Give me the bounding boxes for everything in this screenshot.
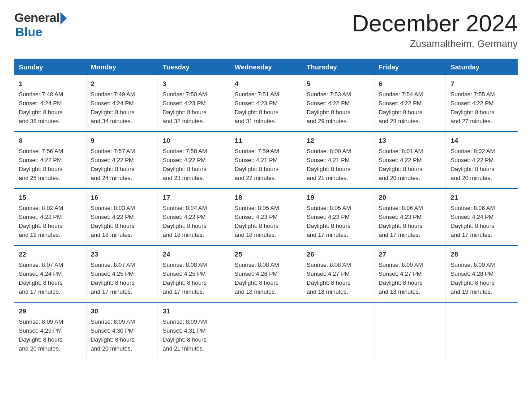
calendar-week-row: 8Sunrise: 7:56 AM Sunset: 4:22 PM Daylig… bbox=[14, 132, 518, 188]
logo-general-text: General bbox=[14, 11, 60, 25]
day-info: Sunrise: 8:03 AM Sunset: 4:22 PM Dayligh… bbox=[91, 204, 154, 240]
column-header-friday: Friday bbox=[374, 59, 446, 75]
day-info: Sunrise: 8:00 AM Sunset: 4:21 PM Dayligh… bbox=[307, 147, 369, 183]
day-info: Sunrise: 7:50 AM Sunset: 4:23 PM Dayligh… bbox=[163, 90, 225, 126]
day-number: 16 bbox=[91, 193, 154, 203]
day-info: Sunrise: 7:59 AM Sunset: 4:21 PM Dayligh… bbox=[235, 147, 297, 183]
column-header-sunday: Sunday bbox=[14, 59, 86, 75]
calendar-cell bbox=[230, 302, 302, 359]
calendar-cell: 12Sunrise: 8:00 AM Sunset: 4:21 PM Dayli… bbox=[302, 132, 374, 188]
calendar-cell: 22Sunrise: 8:07 AM Sunset: 4:24 PM Dayli… bbox=[14, 245, 86, 302]
calendar-cell: 27Sunrise: 8:09 AM Sunset: 4:27 PM Dayli… bbox=[374, 245, 446, 302]
day-number: 30 bbox=[91, 306, 154, 317]
column-header-wednesday: Wednesday bbox=[230, 59, 302, 75]
day-number: 17 bbox=[163, 193, 225, 203]
day-number: 20 bbox=[379, 193, 442, 203]
calendar-cell: 6Sunrise: 7:54 AM Sunset: 4:22 PM Daylig… bbox=[374, 75, 446, 132]
day-info: Sunrise: 7:54 AM Sunset: 4:22 PM Dayligh… bbox=[379, 90, 442, 126]
calendar-cell: 18Sunrise: 8:05 AM Sunset: 4:23 PM Dayli… bbox=[230, 188, 302, 245]
day-info: Sunrise: 8:06 AM Sunset: 4:24 PM Dayligh… bbox=[450, 204, 513, 240]
column-header-thursday: Thursday bbox=[302, 59, 374, 75]
calendar-cell: 21Sunrise: 8:06 AM Sunset: 4:24 PM Dayli… bbox=[446, 188, 518, 245]
calendar-header-row: SundayMondayTuesdayWednesdayThursdayFrid… bbox=[14, 59, 518, 75]
day-info: Sunrise: 7:58 AM Sunset: 4:22 PM Dayligh… bbox=[163, 147, 225, 183]
day-number: 10 bbox=[163, 136, 225, 146]
day-info: Sunrise: 8:01 AM Sunset: 4:22 PM Dayligh… bbox=[379, 147, 442, 183]
calendar-week-row: 1Sunrise: 7:48 AM Sunset: 4:24 PM Daylig… bbox=[14, 75, 518, 132]
calendar-cell: 25Sunrise: 8:08 AM Sunset: 4:26 PM Dayli… bbox=[230, 245, 302, 302]
day-number: 27 bbox=[379, 249, 442, 260]
day-info: Sunrise: 8:02 AM Sunset: 4:22 PM Dayligh… bbox=[450, 147, 513, 183]
logo-arrow-icon bbox=[60, 12, 67, 25]
day-info: Sunrise: 8:09 AM Sunset: 4:30 PM Dayligh… bbox=[91, 317, 154, 354]
calendar-cell bbox=[374, 302, 446, 359]
day-info: Sunrise: 8:05 AM Sunset: 4:23 PM Dayligh… bbox=[307, 204, 369, 240]
calendar-cell bbox=[446, 302, 518, 359]
calendar-table: SundayMondayTuesdayWednesdayThursdayFrid… bbox=[14, 59, 518, 359]
day-info: Sunrise: 8:09 AM Sunset: 4:31 PM Dayligh… bbox=[163, 317, 225, 354]
title-block: December 2024 Zusamaltheim, Germany bbox=[352, 11, 518, 50]
day-number: 26 bbox=[307, 249, 369, 260]
day-info: Sunrise: 8:04 AM Sunset: 4:22 PM Dayligh… bbox=[163, 204, 225, 240]
calendar-week-row: 29Sunrise: 8:09 AM Sunset: 4:29 PM Dayli… bbox=[14, 302, 518, 359]
day-info: Sunrise: 8:05 AM Sunset: 4:23 PM Dayligh… bbox=[235, 204, 297, 240]
day-number: 15 bbox=[19, 193, 82, 203]
calendar-cell: 9Sunrise: 7:57 AM Sunset: 4:22 PM Daylig… bbox=[86, 132, 158, 188]
calendar-cell: 11Sunrise: 7:59 AM Sunset: 4:21 PM Dayli… bbox=[230, 132, 302, 188]
calendar-cell: 28Sunrise: 8:09 AM Sunset: 4:28 PM Dayli… bbox=[446, 245, 518, 302]
day-number: 31 bbox=[163, 306, 225, 317]
calendar-cell: 4Sunrise: 7:51 AM Sunset: 4:23 PM Daylig… bbox=[230, 75, 302, 132]
logo: General Blue bbox=[14, 11, 67, 39]
day-number: 2 bbox=[91, 79, 154, 89]
day-info: Sunrise: 7:51 AM Sunset: 4:23 PM Dayligh… bbox=[235, 90, 297, 126]
day-number: 11 bbox=[235, 136, 297, 146]
calendar-week-row: 22Sunrise: 8:07 AM Sunset: 4:24 PM Dayli… bbox=[14, 245, 518, 302]
day-info: Sunrise: 8:06 AM Sunset: 4:23 PM Dayligh… bbox=[379, 204, 442, 240]
calendar-cell: 19Sunrise: 8:05 AM Sunset: 4:23 PM Dayli… bbox=[302, 188, 374, 245]
day-info: Sunrise: 8:09 AM Sunset: 4:29 PM Dayligh… bbox=[19, 317, 82, 354]
calendar-cell: 7Sunrise: 7:55 AM Sunset: 4:22 PM Daylig… bbox=[446, 75, 518, 132]
day-info: Sunrise: 7:53 AM Sunset: 4:22 PM Dayligh… bbox=[307, 90, 369, 126]
calendar-cell: 30Sunrise: 8:09 AM Sunset: 4:30 PM Dayli… bbox=[86, 302, 158, 359]
calendar-cell: 31Sunrise: 8:09 AM Sunset: 4:31 PM Dayli… bbox=[158, 302, 230, 359]
day-number: 1 bbox=[19, 79, 82, 89]
day-info: Sunrise: 7:56 AM Sunset: 4:22 PM Dayligh… bbox=[19, 147, 82, 183]
day-info: Sunrise: 7:55 AM Sunset: 4:22 PM Dayligh… bbox=[450, 90, 513, 126]
page-subtitle: Zusamaltheim, Germany bbox=[352, 38, 518, 50]
day-info: Sunrise: 8:08 AM Sunset: 4:25 PM Dayligh… bbox=[163, 261, 225, 297]
calendar-cell: 14Sunrise: 8:02 AM Sunset: 4:22 PM Dayli… bbox=[446, 132, 518, 188]
day-number: 13 bbox=[379, 136, 442, 146]
day-number: 19 bbox=[307, 193, 369, 203]
calendar-week-row: 15Sunrise: 8:02 AM Sunset: 4:22 PM Dayli… bbox=[14, 188, 518, 245]
calendar-cell: 5Sunrise: 7:53 AM Sunset: 4:22 PM Daylig… bbox=[302, 75, 374, 132]
calendar-cell: 16Sunrise: 8:03 AM Sunset: 4:22 PM Dayli… bbox=[86, 188, 158, 245]
calendar-cell: 3Sunrise: 7:50 AM Sunset: 4:23 PM Daylig… bbox=[158, 75, 230, 132]
day-number: 9 bbox=[91, 136, 154, 146]
calendar-cell: 10Sunrise: 7:58 AM Sunset: 4:22 PM Dayli… bbox=[158, 132, 230, 188]
day-number: 22 bbox=[19, 249, 82, 260]
column-header-tuesday: Tuesday bbox=[158, 59, 230, 75]
day-number: 3 bbox=[163, 79, 225, 89]
day-number: 25 bbox=[235, 249, 297, 260]
day-info: Sunrise: 8:08 AM Sunset: 4:26 PM Dayligh… bbox=[235, 261, 297, 297]
day-number: 5 bbox=[307, 79, 369, 89]
day-info: Sunrise: 8:07 AM Sunset: 4:24 PM Dayligh… bbox=[19, 261, 82, 297]
day-info: Sunrise: 8:09 AM Sunset: 4:27 PM Dayligh… bbox=[379, 261, 442, 297]
day-info: Sunrise: 8:07 AM Sunset: 4:25 PM Dayligh… bbox=[91, 261, 154, 297]
day-number: 18 bbox=[235, 193, 297, 203]
day-number: 7 bbox=[450, 79, 513, 89]
calendar-cell: 20Sunrise: 8:06 AM Sunset: 4:23 PM Dayli… bbox=[374, 188, 446, 245]
calendar-cell: 15Sunrise: 8:02 AM Sunset: 4:22 PM Dayli… bbox=[14, 188, 86, 245]
day-info: Sunrise: 7:48 AM Sunset: 4:24 PM Dayligh… bbox=[19, 90, 82, 126]
calendar-cell: 26Sunrise: 8:08 AM Sunset: 4:27 PM Dayli… bbox=[302, 245, 374, 302]
day-info: Sunrise: 8:02 AM Sunset: 4:22 PM Dayligh… bbox=[19, 204, 82, 240]
logo-blue-text: Blue bbox=[15, 25, 43, 39]
day-info: Sunrise: 7:57 AM Sunset: 4:22 PM Dayligh… bbox=[91, 147, 154, 183]
day-number: 28 bbox=[450, 249, 513, 260]
day-info: Sunrise: 8:09 AM Sunset: 4:28 PM Dayligh… bbox=[450, 261, 513, 297]
day-info: Sunrise: 8:08 AM Sunset: 4:27 PM Dayligh… bbox=[307, 261, 369, 297]
day-number: 12 bbox=[307, 136, 369, 146]
calendar-cell: 13Sunrise: 8:01 AM Sunset: 4:22 PM Dayli… bbox=[374, 132, 446, 188]
calendar-cell: 23Sunrise: 8:07 AM Sunset: 4:25 PM Dayli… bbox=[86, 245, 158, 302]
page-title: December 2024 bbox=[352, 11, 518, 36]
